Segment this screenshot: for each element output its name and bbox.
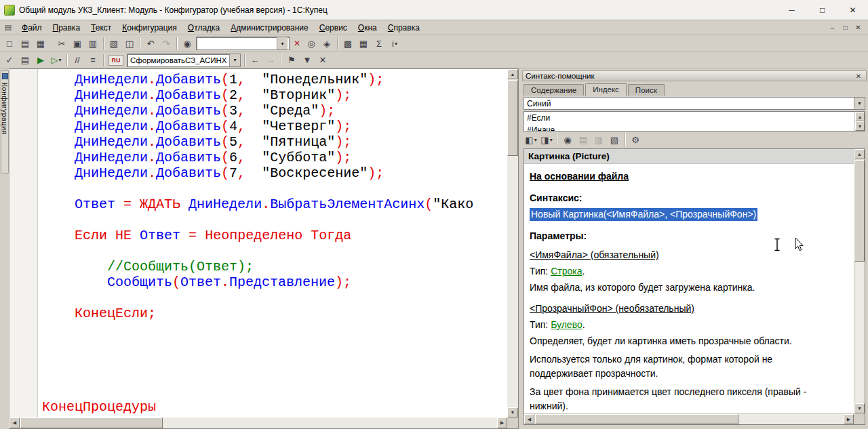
code-line [42,181,507,197]
print-icon[interactable]: ▧ [106,37,121,50]
language-indicator[interactable]: RU [108,55,123,66]
content-scroll-up-icon[interactable]: ▲ [854,149,865,159]
print-topic-icon[interactable]: ▧ [607,133,622,146]
code-editor[interactable]: ДниНедели.Добавить(1, "Понедельник"); Дн… [9,68,519,429]
syntax-helper-titlebar[interactable]: Синтакс-помощник ✕ [522,70,867,81]
new-file-icon[interactable]: □ [2,37,17,50]
clear-search-icon[interactable]: ✕ [291,37,303,50]
procedures-list-icon[interactable]: ▤ [18,54,33,67]
content-vscroll-thumb[interactable] [854,160,865,262]
find-icon[interactable]: ◉ [180,37,195,50]
content-hscrollbar[interactable]: ◀ ▶ [524,413,854,424]
next-bookmark-icon[interactable]: ▼ [300,54,315,67]
editor-vscrollbar[interactable]: ▲ ▼ [507,69,518,417]
content-hscroll-thumb[interactable] [535,414,738,424]
helper-tab[interactable]: Поиск [628,84,665,96]
syntax-check-icon[interactable]: ✓ [2,54,17,67]
sum-icon[interactable]: Σ [372,37,387,50]
menu-item[interactable]: Файл [16,22,47,34]
quick-search-combo[interactable]: ▾ [196,37,290,50]
mdi-minimize-button[interactable]: – [827,22,838,33]
index-combo-dropdown-icon[interactable]: ▾ [854,98,865,109]
helper-tab[interactable]: Содержание [524,84,584,96]
list-scroll-up-icon[interactable]: ▲ [855,112,865,121]
start-debug-icon[interactable]: ▶ [33,54,48,67]
section-label: Синтаксис: [530,192,848,203]
scroll-right-icon[interactable]: ▶ [497,417,507,428]
menu-item[interactable]: Правка [47,22,86,34]
measure-performance-icon[interactable]: ▷▾ [49,54,64,67]
bookmark-icon[interactable]: ⚑ [284,54,299,67]
menu-item[interactable]: Текст [85,22,117,34]
panel-close-icon[interactable]: ✕ [854,71,863,81]
go-back-icon[interactable]: ← [248,54,262,67]
mdi-window-controls: – □ ✕ [827,22,867,33]
scroll-down-icon[interactable]: ▼ [507,407,518,417]
info-icon[interactable]: i▾ [387,37,402,50]
selected-syntax-text: Новый Картинка(<ИмяФайла>, <ПрозрачныйФо… [530,208,757,221]
menu-item[interactable]: Отладка [182,22,225,34]
index-list-scrollbar[interactable]: ▲ ▼ [854,112,865,131]
menu-item[interactable]: Администрирование [225,22,313,34]
print-preview-icon[interactable]: ◫ [122,37,137,50]
content-scroll-down-icon[interactable]: ▼ [854,403,865,413]
sidebar-tab-label: Конфигурация [1,83,9,134]
helper-tab[interactable]: Индекс [585,83,627,96]
editor-hscroll-thumb[interactable] [20,417,163,428]
comment-icon[interactable]: // [70,54,85,67]
format-block-icon[interactable]: ≡ [85,54,100,67]
configurator-window: Общий модуль УКЗ_Клиент: Модуль - Конфиг… [0,0,868,429]
calculator-icon[interactable]: ▩ [340,37,355,50]
open-file-icon[interactable]: ▤ [18,37,33,50]
sidebar-tab-configuration[interactable]: Конфигурация [1,70,9,173]
close-button[interactable]: ✕ [837,0,868,20]
undo-icon[interactable]: ↶ [143,37,158,50]
search-topic-icon[interactable]: ◉ [560,133,575,146]
content-scroll-right-icon[interactable]: ▶ [844,414,854,424]
settings-icon[interactable]: ⚙ [628,133,643,146]
delete-icon[interactable]: ✕ [315,54,330,67]
contents-view-icon[interactable]: ◧▾ [524,133,538,146]
description-text: Имя файла, из которого будет загружена к… [530,281,829,295]
editor-vscroll-thumb[interactable] [507,80,518,156]
syntax-line: Новый Картинка(<ИмяФайла>, <ПрозрачныйФо… [530,209,848,220]
workspace: Конфигурация ДниНедели.Добавить(1, "Поне… [0,68,868,429]
type-link[interactable]: Строка [551,266,582,277]
menu-item[interactable]: Сервис [314,22,353,34]
mdi-restore-button[interactable]: □ [840,22,851,33]
content-vscrollbar[interactable]: ▲ ▼ [854,149,865,413]
mdi-close-button[interactable]: ✕ [852,22,864,33]
code-line [42,243,507,259]
search-input[interactable] [197,38,277,49]
procedure-dropdown-icon[interactable]: ▾ [229,54,240,66]
maximize-button[interactable]: □ [807,0,837,20]
window-controls: ─ □ ✕ [776,0,868,20]
menu-item[interactable]: Окна [353,22,382,34]
content-scroll-left-icon[interactable]: ◀ [524,414,534,424]
save-icon[interactable]: ▦ [33,37,48,50]
index-list-item[interactable]: #Иначе [524,124,865,131]
paste-icon[interactable]: ▥ [85,37,100,50]
code-line: Если НЕ Ответ = Неопределено Тогда [42,228,507,243]
editor-hscrollbar[interactable]: ◀ ▶ [9,417,507,428]
index-search-combo[interactable]: Синий ▾ [524,97,865,110]
minimize-button[interactable]: ─ [776,0,807,20]
list-scroll-down-icon[interactable]: ▼ [855,121,865,131]
cut-icon[interactable]: ✂ [54,37,69,50]
search-dropdown-icon[interactable]: ▾ [277,37,288,49]
menu-item[interactable]: Справка [382,22,425,34]
code-area[interactable]: ДниНедели.Добавить(1, "Понедельник"); Дн… [9,69,507,417]
index-list-item[interactable]: #Если [524,112,865,124]
replace-icon[interactable]: ◈ [319,37,334,50]
procedure-combo[interactable]: СформироватьСЗ_АСИНХ ▾ [127,54,241,67]
scroll-up-icon[interactable]: ▲ [507,69,518,79]
menu-item[interactable]: Конфигурация [117,22,182,34]
scroll-left-icon[interactable]: ◀ [9,417,20,428]
index-list: #Если#Иначе#ИначеЕсли ▲ ▼ [524,111,865,131]
copy-icon[interactable]: ▣ [70,37,85,50]
find-next-icon[interactable]: ◎ [304,37,319,50]
topic-content[interactable]: Картинка (Picture)На основании файлаСинт… [524,149,854,413]
type-link[interactable]: Булево [551,319,583,330]
display-mode-icon[interactable]: ◨▾ [539,133,554,146]
calendar-icon[interactable]: ▦ [356,37,371,50]
